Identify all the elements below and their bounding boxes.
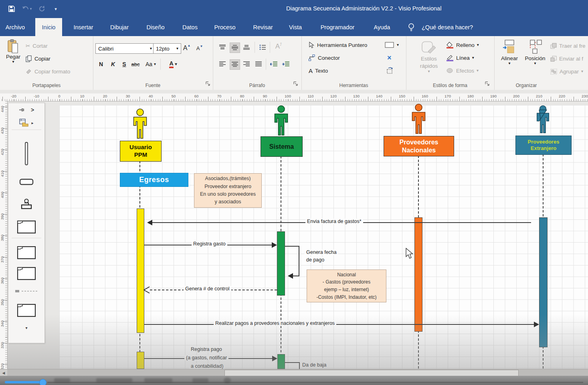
actor-box-usuario-ppm[interactable]: Usuario PPM (120, 141, 162, 162)
tab-revisar[interactable]: Revisar (250, 18, 276, 36)
tab-archivo[interactable]: Archivo (3, 18, 27, 36)
font-size-combobox[interactable]: 12pto ▾ (153, 43, 181, 54)
align-top-button[interactable] (218, 43, 227, 52)
activation-usuario-1[interactable] (137, 209, 144, 333)
bold-button[interactable]: N (96, 59, 106, 69)
pin-icon[interactable] (19, 107, 25, 113)
position-button[interactable]: Posición ▾ (523, 39, 547, 78)
self-message-genera-fecha-side[interactable] (299, 246, 299, 276)
note-nacional[interactable]: Nacional - Gastos (proveedores ejemp – l… (307, 270, 386, 302)
rotate-text-button[interactable]: A⤴ (274, 42, 283, 51)
change-case-button[interactable]: Aa ▾ (143, 59, 158, 69)
activation-proveedores-nacionales[interactable] (414, 217, 422, 332)
note-asociados[interactable]: Asociados,(trámites) Proveedor extranjer… (194, 173, 262, 208)
copy-button[interactable]: Copiar (26, 54, 51, 63)
video-progress-knob[interactable] (39, 379, 46, 385)
tab-insertar[interactable]: Insertar (71, 18, 96, 36)
message-label-registra-gasto[interactable]: Registra gasto (192, 241, 227, 247)
font-name-combobox[interactable]: Calibri ▾ (95, 43, 155, 54)
increase-indent-button[interactable] (281, 59, 291, 69)
text-tool-button[interactable]: A Texto (309, 66, 328, 75)
bullets-button[interactable] (258, 43, 267, 52)
video-progress-bar[interactable] (5, 381, 42, 383)
actor-figure-usuario-ppm[interactable] (131, 108, 150, 140)
tab-inicio[interactable]: Inicio (35, 18, 62, 36)
strikethrough-button[interactable]: abc (131, 59, 140, 69)
message-label-registra-pago-3[interactable]: a contabilidad) (189, 363, 225, 369)
save-button[interactable] (6, 3, 17, 14)
shape-frame-master-2[interactable] (8, 244, 44, 260)
paste-button[interactable]: Pegar ▾ (3, 39, 23, 78)
tab-vista[interactable]: Vista (286, 18, 305, 36)
activation-proveedores-extranjero[interactable] (539, 217, 548, 347)
activation-sistema-1[interactable] (277, 231, 285, 296)
message-label-genera-control[interactable]: Genera # de control (184, 286, 231, 292)
actor-box-proveedores-extranjero[interactable]: Proveedores Extranjero (515, 136, 572, 155)
message-label-registra-pago-2[interactable]: (a gastos, notificar (184, 355, 228, 361)
shape-comment-master[interactable] (8, 288, 44, 294)
actor-box-proveedores-nacionales[interactable]: Proveedores Nacionales (384, 136, 454, 156)
decrease-font-button[interactable]: A▼ (195, 43, 204, 53)
quick-styles-button[interactable]: Estilos rápidos ▾ (416, 39, 441, 78)
italic-button[interactable]: K (108, 59, 118, 69)
message-label-realizar-pagos[interactable]: Realizar pagos a provedores nacionales y… (214, 320, 336, 326)
tab-ayuda[interactable]: Ayuda (370, 18, 394, 36)
format-painter-button[interactable]: Copiar formato (26, 67, 70, 76)
self-message-da-de-baja-side[interactable] (299, 362, 300, 369)
message-label-registra-pago-1[interactable]: Registra pago (189, 346, 224, 352)
actor-figure-proveedores-extranjero[interactable] (534, 105, 552, 134)
expand-panel-icon[interactable]: > (31, 107, 34, 113)
undo-button[interactable]: ▾ (21, 3, 33, 14)
line-button[interactable]: Línea ▾ (446, 53, 474, 63)
customize-qat-button[interactable]: ▾ (51, 3, 60, 14)
increase-font-button[interactable]: A▲ (182, 43, 192, 53)
fuente-dialog-launcher[interactable] (205, 81, 211, 87)
font-color-button[interactable]: A ▾ (165, 59, 181, 69)
parrafo-dialog-launcher[interactable] (293, 81, 299, 87)
justify-button[interactable] (254, 59, 263, 69)
shape-frame-master-1[interactable] (8, 219, 44, 235)
message-label-da-de-baja[interactable]: Da de baja (301, 362, 328, 368)
activation-usuario-2[interactable] (137, 352, 144, 369)
shape-lifeline-master[interactable] (8, 141, 44, 166)
more-shapes-arrow-icon[interactable]: ▾ (8, 324, 44, 331)
self-message-genera-fecha-top[interactable] (285, 246, 299, 247)
fill-button[interactable]: Relleno ▾ (446, 40, 479, 50)
cut-button[interactable]: ✂ Cortar (26, 41, 48, 51)
send-to-back-button[interactable]: Enviar al f (550, 54, 583, 63)
self-message-da-de-baja-top[interactable] (285, 362, 300, 363)
align-middle-button[interactable] (230, 43, 240, 53)
message-line-realizar-pagos[interactable] (144, 324, 534, 325)
decrease-indent-button[interactable] (269, 59, 279, 69)
shape-actor-master[interactable] (8, 198, 44, 211)
rectangle-tool-dropdown[interactable]: ▾ (385, 40, 399, 50)
align-center-button[interactable] (230, 59, 240, 70)
free-rotate-button[interactable] (386, 66, 394, 75)
tab-datos[interactable]: Datos (180, 18, 200, 36)
connector-tool-button[interactable]: Conector (309, 53, 340, 63)
group-button[interactable]: Agrupar ▾ (550, 67, 583, 76)
estilos-dialog-launcher[interactable] (485, 81, 490, 87)
pointer-tool-button[interactable]: Herramienta Puntero (309, 40, 367, 50)
actor-figure-proveedores-nacionales[interactable] (409, 103, 428, 135)
tab-proceso[interactable]: Proceso (211, 18, 238, 36)
stencil-item[interactable]: ▸ (8, 118, 44, 128)
redo-button[interactable] (37, 3, 47, 14)
connection-point-delete-button[interactable]: × (387, 53, 392, 63)
align-left-button[interactable] (218, 59, 227, 69)
message-label-genera-fecha-2[interactable]: de pago (305, 257, 326, 263)
align-button[interactable]: Alinear ▾ (498, 39, 521, 78)
effects-button[interactable]: Efectos ▾ (446, 66, 479, 75)
message-label-genera-fecha-1[interactable]: Genera fecha (305, 249, 338, 255)
align-bottom-button[interactable] (242, 43, 251, 52)
tab-dibujar[interactable]: Dibujar (107, 18, 132, 36)
actor-box-sistema[interactable]: Sistema (261, 136, 303, 157)
tab-programador[interactable]: Programador (317, 18, 358, 36)
scroll-left-button[interactable]: ◀ (0, 369, 7, 376)
message-label-envia-factura[interactable]: Envia factura de gastos* (305, 219, 363, 224)
actor-figure-sistema[interactable] (272, 105, 291, 136)
shape-frame-master-4[interactable] (8, 302, 44, 318)
shape-rounded-rect-master[interactable] (8, 178, 44, 186)
tell-me-search[interactable]: ¿Qué desea hacer? (422, 18, 473, 36)
bring-to-front-button[interactable]: Traer al fre (550, 41, 586, 51)
